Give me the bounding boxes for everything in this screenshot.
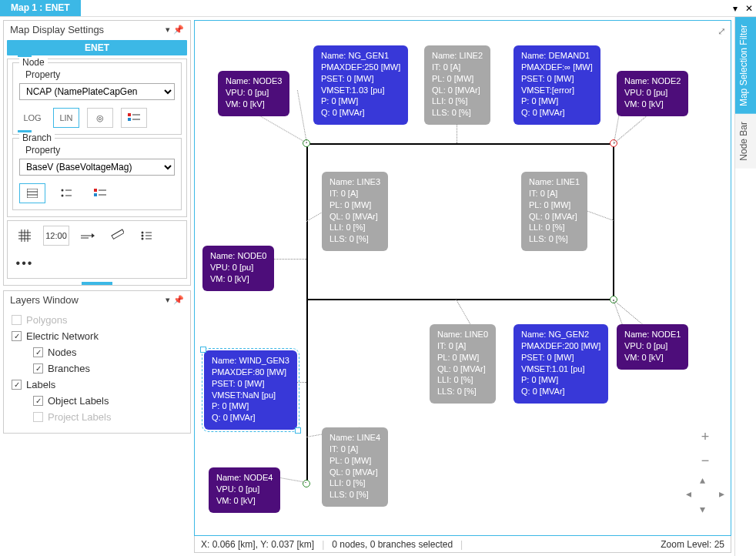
svg-rect-12: [94, 193, 97, 196]
svg-rect-1: [128, 118, 131, 121]
grid-icon[interactable]: [14, 226, 35, 246]
status-bar: X: 0.066 [km], Y: 0.037 [km] | 0 nodes, …: [194, 536, 731, 553]
left-sidebar: Map Display Settings ▾ 📌 ENET Node Prope…: [0, 17, 194, 556]
window-close-icon[interactable]: ✕: [742, 0, 756, 16]
map-canvas[interactable]: ⤢: [194, 20, 731, 536]
project-labels-label: Project Labels: [48, 411, 111, 423]
branch-legend-icon[interactable]: [87, 183, 113, 203]
label-wind-gen3[interactable]: Name: WIND_GEN3PMAXDEF:80 [MW]PSET: 0 [M…: [204, 350, 297, 430]
expand-icon[interactable]: ⤢: [718, 25, 726, 37]
label-node2[interactable]: Name: NODE2VPU: 0 [pu]VM: 0 [kV]: [617, 71, 688, 116]
more-icon[interactable]: •••: [14, 253, 35, 273]
object-labels-label: Object Labels: [48, 395, 109, 407]
log-button[interactable]: LOG: [19, 108, 45, 128]
legend-icon[interactable]: [121, 108, 147, 128]
polygons-label: Polygons: [26, 314, 67, 326]
svg-marker-16: [92, 233, 95, 238]
label-line3[interactable]: Name: LINE3IT: 0 [A]PL: 0 [MW]QL: 0 [MVA…: [322, 172, 388, 251]
pan-left-button[interactable]: ◂: [686, 487, 691, 500]
label-ng-gen1[interactable]: Name: NG_GEN1PMAXDEF:250 [MW]PSET: 0 [MW…: [313, 45, 408, 125]
collapse-icon[interactable]: ▾: [162, 25, 173, 35]
lin-button[interactable]: LIN: [53, 108, 79, 128]
status-zoom: Zoom Level: 25: [661, 539, 724, 550]
svg-point-20: [142, 235, 144, 237]
map-display-settings-panel: Map Display Settings ▾ 📌 ENET Node Prope…: [3, 20, 191, 286]
enet-band[interactable]: ENET: [7, 40, 187, 55]
leader-line: [297, 90, 307, 143]
label-line4[interactable]: Name: LINE4IT: 0 [A]PL: 0 [MW]QL: 0 [MVA…: [322, 427, 388, 507]
tab-node-bar[interactable]: Node Bar: [735, 114, 756, 169]
object-labels-checkbox[interactable]: ✓: [33, 396, 43, 406]
branch-view1-icon[interactable]: [19, 183, 45, 203]
svg-rect-0: [128, 113, 131, 116]
svg-rect-11: [94, 189, 97, 192]
svg-point-19: [142, 232, 144, 234]
label-line1[interactable]: Name: LINE1IT: 0 [A]PL: 0 [MW]QL: 0 [MVA…: [521, 172, 587, 251]
status-selection: 0 nodes, 0 branches selected: [332, 539, 453, 550]
zoom-out-button[interactable]: −: [701, 453, 710, 469]
label-ng-gen2[interactable]: Name: NG_GEN2PMAXDEF:200 [MW]PSET: 0 [MW…: [513, 324, 608, 404]
label-node0[interactable]: Name: NODE0VPU: 0 [pu]VM: 0 [kV]: [202, 246, 274, 291]
branch-view2-icon[interactable]: [53, 183, 79, 203]
list-icon[interactable]: [135, 226, 157, 246]
branch-property-select[interactable]: BaseV (BaseVoltageMag): [19, 159, 175, 176]
pan-right-button[interactable]: ▸: [719, 487, 724, 500]
branch-line[interactable]: [306, 299, 614, 300]
pan-down-button[interactable]: ▾: [700, 503, 705, 515]
layers-panel: Layers Window ▾ 📌 Polygons ✓Electric Net…: [3, 290, 191, 434]
pan-control: ▴ ◂ ▸ ▾: [687, 477, 723, 512]
svg-rect-18: [112, 229, 124, 239]
ruler-icon[interactable]: [106, 226, 128, 246]
time-button[interactable]: 12:00: [43, 226, 69, 246]
tab-selection-filter[interactable]: Map Selection Filter: [735, 17, 756, 114]
branch-line[interactable]: [306, 299, 308, 484]
resize-handle[interactable]: [82, 282, 112, 285]
branch-fieldset: Branch Property BaseV (BaseVoltageMag): [12, 138, 182, 210]
settings-title: Map Display Settings: [10, 24, 104, 35]
svg-rect-4: [27, 189, 38, 198]
label-line2[interactable]: Name: LINE2IT: 0 [A]PL: 0 [MW]QL: 0 [MVA…: [424, 45, 490, 125]
right-tabs: Map Selection Filter Node Bar: [734, 17, 756, 556]
layers-pin-icon[interactable]: 📌: [173, 295, 184, 305]
pin-icon[interactable]: 📌: [173, 25, 184, 35]
project-labels-checkbox[interactable]: [33, 412, 43, 422]
electric-checkbox[interactable]: ✓: [12, 331, 22, 341]
label-line0[interactable]: Name: LINE0IT: 0 [A]PL: 0 [MW]QL: 0 [MVA…: [430, 324, 496, 404]
tab-bar: Map 1 : ENET ▾ ✕: [0, 0, 756, 17]
status-coords: X: 0.066 [km], Y: 0.037 [km]: [201, 539, 314, 550]
window-minimize-icon[interactable]: ▾: [728, 0, 742, 16]
polygons-checkbox[interactable]: [12, 315, 22, 325]
label-demand1[interactable]: Name: DEMAND1PMAXDEF:∞ [MW]PSET: 0 [MW]V…: [513, 45, 600, 125]
node-legend: Node: [19, 57, 48, 68]
branch-line[interactable]: [306, 143, 614, 145]
zoom-in-button[interactable]: +: [701, 429, 710, 445]
node-property-label: Property: [25, 69, 175, 80]
labels-label: Labels: [26, 379, 55, 390]
label-node4[interactable]: Name: NODE4VPU: 0 [pu]VM: 0 [kV]: [209, 467, 280, 513]
svg-point-21: [142, 238, 144, 240]
flow-icon[interactable]: [77, 226, 99, 246]
label-node1[interactable]: Name: NODE1VPU: 0 [pu]VM: 0 [kV]: [617, 324, 688, 370]
layers-collapse-icon[interactable]: ▾: [162, 295, 173, 305]
pan-up-button[interactable]: ▴: [700, 474, 705, 486]
electric-label: Electric Network: [26, 330, 99, 342]
labels-checkbox[interactable]: ✓: [12, 380, 22, 390]
branch-property-label: Property: [25, 145, 175, 156]
tab-map1[interactable]: Map 1 : ENET: [0, 0, 81, 16]
svg-point-8: [62, 195, 64, 197]
branch-legend: Branch: [19, 132, 55, 143]
branches-label: Branches: [48, 363, 90, 374]
contour-icon[interactable]: ◎: [87, 108, 113, 128]
branches-checkbox[interactable]: ✓: [33, 363, 43, 373]
svg-point-7: [62, 189, 64, 192]
branch-line[interactable]: [613, 143, 614, 300]
branch-line[interactable]: [306, 143, 308, 300]
nodes-label: Nodes: [48, 347, 77, 358]
layers-title: Layers Window: [10, 294, 79, 306]
node-property-select[interactable]: NCAP (NamePlateCapGen: [19, 83, 175, 100]
nodes-checkbox[interactable]: ✓: [33, 347, 43, 357]
node-fieldset: Node Property NCAP (NamePlateCapGen LOG …: [12, 62, 182, 135]
label-node3[interactable]: Name: NODE3VPU: 0 [pu]VM: 0 [kV]: [218, 71, 289, 116]
zoom-controls: + − ▴ ◂ ▸ ▾: [687, 429, 723, 512]
